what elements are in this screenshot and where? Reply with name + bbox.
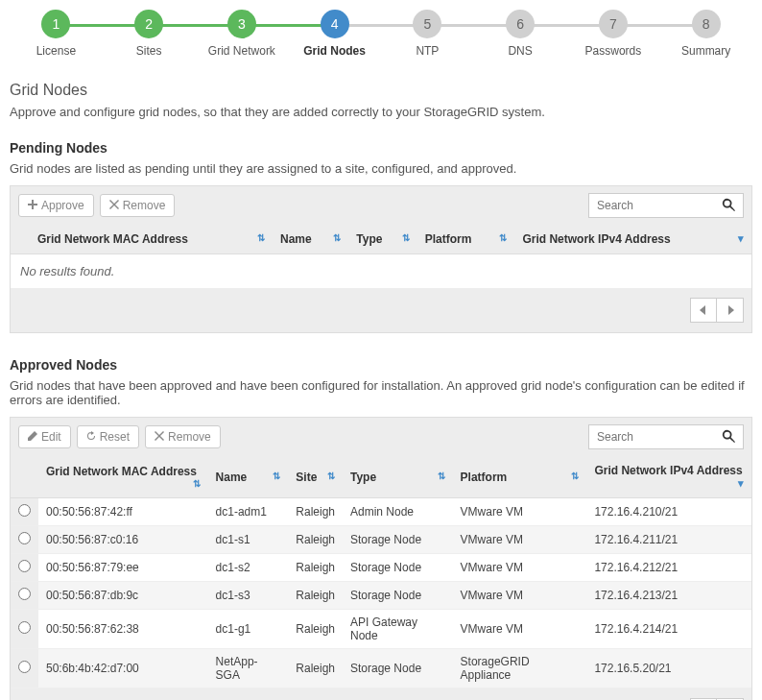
row-radio-cell — [11, 649, 38, 688]
cell-ip: 172.16.5.20/21 — [586, 649, 751, 688]
table-row: 00:50:56:87:79:eedc1-s2RaleighStorage No… — [11, 554, 751, 582]
cell-mac: 00:50:56:87:62:38 — [38, 610, 208, 649]
search-icon[interactable] — [714, 198, 743, 214]
approved-table: Grid Network MAC Address⇅ Name⇅ Site⇅ Ty… — [11, 456, 751, 688]
step-passwords[interactable]: 7Passwords — [567, 10, 660, 58]
close-icon — [109, 199, 119, 212]
cell-type: API Gateway Node — [343, 610, 453, 649]
approved-search-input[interactable] — [589, 425, 714, 448]
approved-col-platform[interactable]: Platform⇅ — [453, 456, 587, 498]
cell-ip: 172.16.4.213/21 — [586, 582, 751, 610]
approve-button[interactable]: Approve — [18, 194, 94, 217]
table-row: 00:50:56:87:42:ffdc1-adm1RaleighAdmin No… — [11, 498, 751, 526]
step-grid-nodes[interactable]: 4Grid Nodes — [288, 10, 381, 58]
reset-button[interactable]: Reset — [77, 425, 139, 448]
chevron-down-icon: ▾ — [738, 232, 744, 245]
stepper: 1License2Sites3Grid Network4Grid Nodes5N… — [10, 10, 752, 58]
cell-site: Raleigh — [288, 649, 343, 688]
approved-search-wrap — [588, 424, 744, 449]
sort-icon: ⇅ — [333, 232, 341, 243]
table-row: 00:50:56:87:db:9cdc1-s3RaleighStorage No… — [11, 582, 751, 610]
cell-site: Raleigh — [288, 498, 343, 526]
remove-pending-button[interactable]: Remove — [100, 194, 176, 217]
step-summary[interactable]: 8Summary — [659, 10, 752, 58]
cell-mac: 00:50:56:87:db:9c — [38, 582, 208, 610]
pending-col-name[interactable]: Name⇅ — [273, 225, 348, 254]
step-sites[interactable]: 2Sites — [103, 10, 196, 58]
row-radio[interactable] — [18, 532, 31, 544]
sort-icon: ⇅ — [499, 232, 507, 243]
row-radio[interactable] — [18, 621, 31, 634]
cell-type: Storage Node — [343, 526, 453, 554]
sort-icon: ⇅ — [257, 232, 265, 243]
page-title: Grid Nodes — [10, 82, 752, 99]
page-desc: Approve and configure grid nodes, so tha… — [10, 105, 752, 119]
pending-panel: Approve Remove Grid Network MAC Address⇅… — [10, 185, 752, 333]
reset-label: Reset — [100, 430, 130, 444]
step-grid-network[interactable]: 3Grid Network — [196, 10, 289, 58]
step-label: Grid Nodes — [303, 44, 366, 58]
cell-type: Storage Node — [343, 649, 453, 688]
cell-mac: 00:50:56:87:79:ee — [38, 554, 208, 582]
pending-toolbar: Approve Remove — [11, 186, 751, 225]
row-radio[interactable] — [18, 560, 31, 572]
sort-icon: ⇅ — [193, 478, 201, 489]
cell-type: Storage Node — [343, 582, 453, 610]
step-circle: 2 — [134, 10, 163, 38]
row-radio[interactable] — [18, 504, 31, 517]
pending-search-input[interactable] — [589, 194, 714, 217]
approved-col-ip[interactable]: Grid Network IPv4 Address▾ — [586, 456, 751, 498]
sort-icon: ⇅ — [402, 232, 410, 243]
approved-pager — [11, 688, 751, 700]
edit-button[interactable]: Edit — [18, 425, 71, 448]
row-radio[interactable] — [18, 588, 31, 600]
row-radio-cell — [11, 498, 38, 526]
step-label: Passwords — [585, 44, 642, 58]
step-dns[interactable]: 6DNS — [474, 10, 567, 58]
pager-prev-button[interactable] — [690, 298, 717, 323]
plus-icon — [28, 199, 37, 212]
approved-title: Approved Nodes — [10, 357, 752, 373]
step-ntp[interactable]: 5NTP — [381, 10, 474, 58]
sort-icon: ⇅ — [438, 471, 445, 481]
cell-mac: 00:50:56:87:c0:16 — [38, 526, 208, 554]
cell-platform: VMware VM — [453, 610, 587, 649]
cell-name: dc1-s1 — [208, 526, 289, 554]
cell-platform: VMware VM — [453, 526, 587, 554]
cell-site: Raleigh — [288, 554, 343, 582]
table-row: 00:50:56:87:62:38dc1-g1RaleighAPI Gatewa… — [11, 610, 751, 649]
cell-mac: 50:6b:4b:42:d7:00 — [38, 649, 208, 688]
cell-site: Raleigh — [288, 610, 343, 649]
cell-platform: VMware VM — [453, 498, 587, 526]
approved-col-site[interactable]: Site⇅ — [288, 456, 343, 498]
pencil-icon — [28, 430, 37, 444]
pending-col-mac[interactable]: Grid Network MAC Address⇅ — [30, 225, 273, 254]
pending-desc: Grid nodes are listed as pending until t… — [10, 161, 752, 176]
pager-next-button[interactable] — [717, 298, 744, 323]
sort-icon: ⇅ — [571, 471, 579, 481]
pending-col-type[interactable]: Type⇅ — [348, 225, 417, 254]
approved-toolbar: Edit Reset Remove — [11, 418, 751, 456]
step-label: Summary — [681, 44, 730, 58]
remove-approved-button[interactable]: Remove — [145, 425, 221, 448]
step-circle: 8 — [692, 10, 721, 38]
cell-platform: VMware VM — [453, 554, 587, 582]
approved-panel: Edit Reset Remove Grid Network MAC Addre… — [10, 417, 752, 700]
approved-col-name[interactable]: Name⇅ — [208, 456, 289, 498]
search-icon[interactable] — [714, 429, 743, 446]
row-radio[interactable] — [18, 661, 31, 673]
step-label: Sites — [136, 44, 162, 58]
cell-platform: VMware VM — [453, 582, 587, 610]
step-circle: 4 — [321, 10, 349, 38]
step-circle: 1 — [41, 10, 70, 38]
pending-table: Grid Network MAC Address⇅ Name⇅ Type⇅ Pl… — [11, 225, 751, 254]
approved-col-mac[interactable]: Grid Network MAC Address⇅ — [38, 456, 208, 498]
step-label: Grid Network — [208, 44, 275, 58]
step-circle: 7 — [599, 10, 628, 38]
cell-type: Admin Node — [343, 498, 453, 526]
approved-col-type[interactable]: Type⇅ — [343, 456, 453, 498]
refresh-icon — [86, 430, 96, 444]
pending-col-ip[interactable]: Grid Network IPv4 Address▾ — [514, 225, 751, 254]
step-license[interactable]: 1License — [10, 10, 103, 58]
pending-col-platform[interactable]: Platform⇅ — [417, 225, 515, 254]
